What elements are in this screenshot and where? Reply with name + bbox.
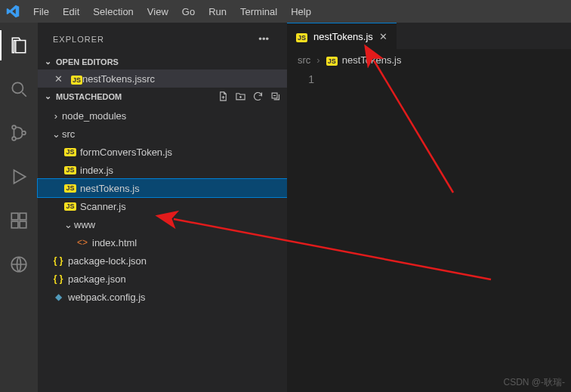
file-label: index.html	[92, 237, 137, 248]
file-label: package-lock.json	[68, 255, 147, 267]
json-file-icon: { }	[51, 273, 65, 284]
open-editor-folder: src	[142, 73, 155, 85]
svg-point-3	[12, 137, 16, 140]
folder-label: src	[62, 128, 75, 140]
watermark: CSDN @-耿瑞-	[503, 376, 565, 389]
breadcrumb-file[interactable]: nestTokens.js	[342, 54, 402, 66]
breadcrumb-folder[interactable]: src	[298, 54, 310, 66]
line-number-gutter: 1	[287, 70, 328, 392]
js-file-icon: JS	[296, 31, 307, 42]
svg-line-1	[22, 92, 26, 96]
run-debug-icon[interactable]	[9, 167, 29, 187]
explorer-panel: EXPLORER ••• ⌄ OPEN EDITORS ✕ JS nestTok…	[38, 23, 287, 392]
editor-tabs: JS nestTokens.js ✕	[287, 23, 571, 50]
svg-rect-8	[20, 213, 26, 220]
file-package-lock[interactable]: { } package-lock.json	[38, 252, 287, 270]
file-webpack-config[interactable]: ◆ webpack.config.js	[38, 288, 287, 306]
file-index-html[interactable]: <> index.html	[38, 233, 287, 252]
new-file-icon[interactable]	[218, 91, 229, 102]
chevron-down-icon: ⌄	[42, 91, 53, 101]
menu-view[interactable]: View	[141, 3, 174, 20]
menu-selection[interactable]: Selection	[87, 3, 139, 20]
file-label: package.json	[68, 273, 126, 285]
folder-www[interactable]: ⌄ www	[38, 215, 287, 233]
explorer-title: EXPLORER	[53, 35, 104, 44]
close-icon[interactable]: ✕	[54, 73, 66, 85]
menu-run[interactable]: Run	[202, 3, 233, 20]
folder-src[interactable]: ⌄ src	[38, 125, 287, 143]
file-label: nestTokens.js	[80, 183, 140, 194]
js-file-icon: JS	[63, 166, 77, 174]
file-index-js[interactable]: JS index.js	[38, 161, 287, 179]
svg-rect-6	[11, 221, 18, 228]
vscode-logo-icon	[6, 5, 20, 18]
js-file-icon: JS	[63, 184, 77, 193]
activity-bar	[0, 23, 38, 392]
js-file-icon: JS	[326, 54, 338, 66]
js-file-icon: JS	[71, 73, 82, 85]
explorer-more-icon[interactable]: •••	[255, 32, 272, 46]
file-scanner-js[interactable]: JS Scanner.js	[38, 197, 287, 215]
title-bar: File Edit Selection View Go Run Terminal…	[0, 0, 571, 23]
menu-terminal[interactable]: Terminal	[234, 3, 283, 20]
file-tree: › node_modules ⌄ src JS formConversToken…	[38, 105, 287, 313]
menu-go[interactable]: Go	[176, 3, 201, 20]
file-nesttokens-js[interactable]: JS nestTokens.js	[38, 179, 287, 197]
file-label: formConversToken.js	[80, 147, 172, 158]
close-icon[interactable]: ✕	[379, 31, 387, 42]
file-label: index.js	[80, 165, 113, 176]
menu-edit[interactable]: Edit	[57, 3, 85, 20]
json-file-icon: { }	[51, 255, 65, 266]
search-icon[interactable]	[9, 79, 29, 99]
svg-point-4	[22, 131, 26, 135]
line-number: 1	[287, 73, 314, 85]
folder-label: www	[74, 219, 95, 230]
main-menu: File Edit Selection View Go Run Terminal…	[27, 3, 317, 20]
folder-node-modules[interactable]: › node_modules	[38, 106, 287, 125]
project-header[interactable]: ⌄ MUSTACHEDOM	[38, 88, 287, 105]
open-editor-filename: nestTokens.js	[82, 73, 142, 85]
svg-rect-7	[20, 221, 26, 228]
open-editors-title: OPEN EDITORS	[56, 57, 119, 66]
tab-label: nestTokens.js	[313, 31, 373, 42]
js-file-icon: JS	[63, 202, 77, 211]
breadcrumb[interactable]: src › JS nestTokens.js	[287, 50, 571, 70]
tab-nesttokens[interactable]: JS nestTokens.js ✕	[287, 23, 397, 49]
svg-point-0	[12, 82, 23, 93]
collapse-all-icon[interactable]	[270, 91, 281, 102]
chevron-right-icon: ›	[316, 54, 319, 66]
code-editor[interactable]: 1	[287, 70, 571, 392]
project-name: MUSTACHEDOM	[56, 92, 122, 101]
folder-label: node_modules	[62, 110, 126, 122]
refresh-icon[interactable]	[252, 91, 264, 102]
svg-rect-5	[11, 213, 18, 220]
remote-icon[interactable]	[9, 255, 29, 274]
webpack-file-icon: ◆	[51, 292, 65, 302]
file-formconverstoken[interactable]: JS formConversToken.js	[38, 143, 287, 161]
menu-help[interactable]: Help	[285, 3, 317, 20]
source-control-icon[interactable]	[9, 123, 29, 143]
open-editor-item[interactable]: ✕ JS nestTokens.js src	[38, 69, 287, 88]
html-file-icon: <>	[76, 237, 89, 248]
new-folder-icon[interactable]	[235, 91, 246, 102]
js-file-icon: JS	[63, 148, 77, 156]
explorer-icon[interactable]	[9, 35, 29, 55]
file-label: Scanner.js	[80, 201, 126, 212]
file-label: webpack.config.js	[68, 292, 146, 303]
menu-file[interactable]: File	[27, 3, 55, 20]
svg-point-2	[12, 125, 16, 129]
open-editors-header[interactable]: ⌄ OPEN EDITORS	[38, 54, 287, 69]
extensions-icon[interactable]	[9, 211, 29, 230]
chevron-down-icon: ⌄	[42, 57, 53, 66]
editor-area: JS nestTokens.js ✕ src › JS nestTokens.j…	[287, 23, 571, 392]
file-package-json[interactable]: { } package.json	[38, 270, 287, 288]
code-content[interactable]	[328, 70, 571, 392]
